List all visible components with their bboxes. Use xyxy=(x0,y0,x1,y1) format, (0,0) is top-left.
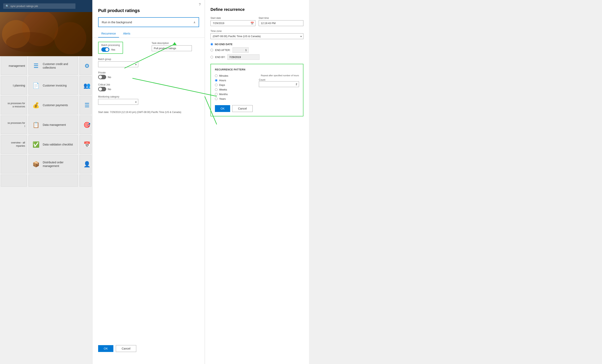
critical-job-row: Critical Job No xyxy=(98,83,199,91)
background: 🔍 sync product ratings job management ☰ … xyxy=(0,0,602,364)
pattern-weeks-radio[interactable] xyxy=(215,88,217,91)
customer-invoicing-icon: 📄 xyxy=(32,81,40,89)
svg-point-3 xyxy=(6,32,54,52)
tile-t-planning-partial[interactable]: t planning xyxy=(1,76,27,95)
dialog-cancel-button[interactable]: Cancel xyxy=(116,345,136,352)
end-after-radio[interactable] xyxy=(211,49,213,51)
tile-right-partial-6[interactable]: 👤 xyxy=(79,155,92,173)
batch-group-select[interactable] xyxy=(98,61,138,67)
end-by-date-input[interactable] xyxy=(227,54,259,60)
tile-data-management-label: Data management xyxy=(43,123,66,127)
tab-recurrence[interactable]: Recurrence xyxy=(98,30,119,38)
no-end-date-radio[interactable] xyxy=(211,43,213,45)
tile-overview-label: overview - allmpanies xyxy=(11,141,25,148)
tile-ss-hr-partial[interactable]: ss processes fora resources xyxy=(1,96,27,114)
task-description-input[interactable] xyxy=(152,45,192,51)
pattern-months-radio[interactable] xyxy=(215,93,217,96)
pattern-days-row: Days xyxy=(215,84,255,86)
timezone-row: Time zone (GMT-08:00) Pacific Time (US &… xyxy=(211,30,303,39)
tile-customer-credit[interactable]: ☰ Customer credit and collections xyxy=(29,57,78,75)
count-label: Count xyxy=(259,78,265,81)
recurrence-ok-button[interactable]: OK xyxy=(215,105,230,112)
tile-ss-label: ss processes forl xyxy=(8,122,25,128)
tile-overview-partial[interactable]: overview - allmpanies xyxy=(1,135,27,154)
search-container[interactable]: 🔍 sync product ratings job xyxy=(3,3,75,9)
right-partial-icon-2: 👥 xyxy=(83,81,91,89)
timezone-select-wrapper: (GMT-08:00) Pacific Time (US & Canada) xyxy=(211,33,303,39)
recurrence-form: Start date Start time Time zone (GMT-08:… xyxy=(205,17,309,60)
tile-customer-payments[interactable]: 💰 Customer payments xyxy=(29,96,78,114)
right-partial-icon-4: 🎯 xyxy=(83,121,91,129)
batch-group-select-wrapper xyxy=(98,61,138,67)
tile-customer-credit-label: Customer credit and collections xyxy=(43,62,75,69)
tile-right-partial-5[interactable]: 📅 xyxy=(79,135,92,154)
critical-job-toggle[interactable] xyxy=(98,87,106,91)
tile-management-partial[interactable]: management xyxy=(1,57,27,75)
accordion-title: Run in the background xyxy=(102,21,132,24)
batch-processing-inner: Batch processing Yes xyxy=(101,44,120,52)
pattern-months-row: Months xyxy=(215,93,255,96)
tile-right-partial-1[interactable]: ⚙ xyxy=(79,57,92,75)
end-after-row: END AFTER: xyxy=(211,47,303,53)
count-input[interactable] xyxy=(259,81,299,87)
tile-data-validation[interactable]: ✅ Data validation checklist xyxy=(29,135,78,154)
end-after-count-input[interactable] xyxy=(233,47,249,53)
distributed-icon: 📦 xyxy=(32,160,40,168)
batch-processing-toggle[interactable] xyxy=(101,47,109,52)
start-date-input[interactable] xyxy=(211,20,256,26)
dialog-buttons: OK Cancel xyxy=(98,345,136,352)
header-image xyxy=(0,12,92,56)
tile-right-partial-4[interactable]: 🎯 xyxy=(79,116,92,134)
pattern-years-radio[interactable] xyxy=(215,97,217,100)
top-search-bar: 🔍 sync product ratings job xyxy=(0,0,92,12)
tile-right-last[interactable] xyxy=(79,175,92,187)
tab-recurrence-label: Recurrence xyxy=(101,32,116,35)
tile-bottom-partial[interactable] xyxy=(1,155,27,173)
dialog-ok-button[interactable]: OK xyxy=(98,345,113,352)
pattern-weeks-label: Weeks xyxy=(219,88,227,91)
task-description-row: Task description xyxy=(152,42,199,51)
pattern-months-label: Months xyxy=(219,93,228,96)
tile-data-validation-label: Data validation checklist xyxy=(43,143,73,146)
tiles-area: management ☰ Customer credit and collect… xyxy=(0,56,92,187)
tile-distributed-order[interactable]: 📦 Distributed order management xyxy=(29,155,78,173)
batch-processing-label: Batch processing xyxy=(101,44,120,47)
recurrence-panel-title: Define recurrence xyxy=(205,0,309,17)
start-date-col: Start date xyxy=(211,17,256,26)
end-by-radio[interactable] xyxy=(211,56,213,58)
timezone-select[interactable]: (GMT-08:00) Pacific Time (US & Canada) xyxy=(211,33,303,39)
batch-processing-box: Batch processing Yes xyxy=(98,42,123,54)
tile-ss-partial[interactable]: ss processes forl xyxy=(1,116,27,134)
pattern-days-label: Days xyxy=(219,84,225,86)
recurrence-cancel-button[interactable]: Cancel xyxy=(232,105,253,112)
tile-right-partial-2[interactable]: 👥 xyxy=(79,76,92,95)
pattern-hours-radio[interactable] xyxy=(215,79,217,82)
private-row: Private No xyxy=(98,71,199,79)
tile-data-management[interactable]: 📋 Data management xyxy=(29,116,78,134)
tile-right-partial-3[interactable]: ☰ xyxy=(79,96,92,114)
private-value: No xyxy=(108,76,111,79)
end-by-label: END BY: xyxy=(215,56,225,59)
tile-more[interactable] xyxy=(29,175,78,187)
pattern-count: Repeat after specified number of hours C… xyxy=(259,74,299,102)
private-toggle[interactable] xyxy=(98,75,106,79)
monitoring-category-select[interactable] xyxy=(98,99,138,105)
form-row-1: Batch processing Yes Task descriptio xyxy=(98,42,199,58)
recurrence-pattern-title: RECURRENCE PATTERN xyxy=(215,68,299,71)
tile-customer-payments-label: Customer payments xyxy=(43,103,68,107)
right-partial-icon-5: 📅 xyxy=(83,140,91,149)
tile-bottom-last[interactable] xyxy=(1,175,27,187)
pattern-days-radio[interactable] xyxy=(215,84,217,86)
tile-customer-invoicing[interactable]: 📄 Customer invoicing xyxy=(29,76,78,95)
define-recurrence-panel: Define recurrence Start date Start time … xyxy=(205,0,309,364)
pattern-minutes-radio[interactable] xyxy=(215,75,217,77)
run-in-background-accordion[interactable]: Run in the background ∧ xyxy=(98,17,199,27)
start-time-input[interactable] xyxy=(259,20,304,26)
tab-alerts[interactable]: Alerts xyxy=(120,30,133,38)
pattern-content: Minutes Hours Days Weeks xyxy=(215,74,299,102)
start-date-label: Start date xyxy=(211,17,256,20)
start-time-col: Start time xyxy=(259,17,304,26)
search-text: sync product ratings job xyxy=(11,5,38,8)
repeat-label: Repeat after specified number of hours xyxy=(259,74,299,77)
help-icon[interactable]: ? xyxy=(199,3,201,6)
